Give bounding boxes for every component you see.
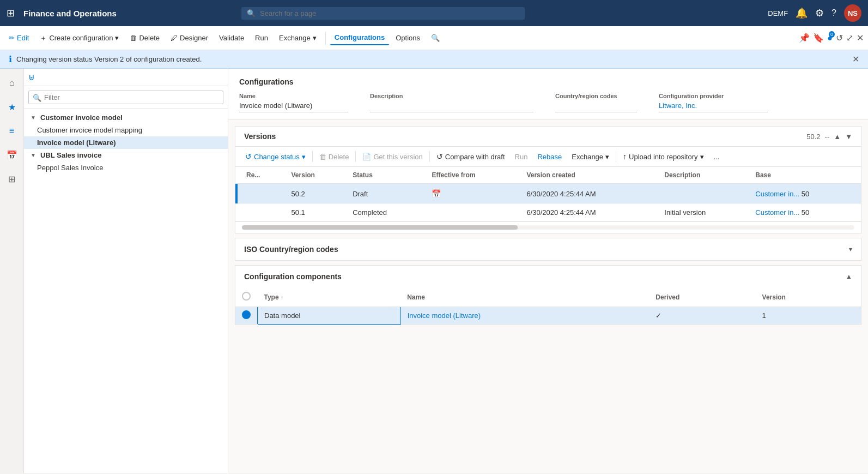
upload-repo-button[interactable]: ↑ Upload into repository ▾ bbox=[618, 150, 708, 163]
col-re[interactable]: Re... bbox=[240, 167, 285, 184]
versions-delete-button[interactable]: 🗑 Delete bbox=[315, 151, 354, 163]
delete-button[interactable]: 🗑 Delete bbox=[125, 31, 164, 45]
vtool-sep-4 bbox=[616, 151, 616, 162]
tree-filter-input[interactable] bbox=[28, 91, 223, 104]
col-version[interactable]: Version bbox=[285, 167, 347, 184]
help-icon[interactable]: ? bbox=[831, 8, 836, 18]
base-link-1[interactable]: Customer in... bbox=[755, 208, 799, 217]
change-status-chevron: ▾ bbox=[302, 153, 306, 161]
more-button[interactable]: ... bbox=[709, 151, 724, 163]
versions-row-1[interactable]: 50.1Completed6/30/2020 4:25:44 AMInitial… bbox=[235, 204, 861, 221]
create-config-button[interactable]: ＋ Create configuration ▾ bbox=[35, 31, 123, 46]
cell-status-0: Draft bbox=[346, 184, 425, 204]
comp-radio-0[interactable] bbox=[242, 310, 251, 319]
notification-bar: ℹ Changing version status Version 2 of c… bbox=[0, 50, 868, 69]
info-icon: ℹ bbox=[9, 54, 12, 64]
upload-chevron-icon: ▾ bbox=[700, 153, 704, 161]
tree-item-1[interactable]: Customer invoice model mapping bbox=[24, 124, 228, 136]
edit-button[interactable]: ✏ Edit bbox=[4, 31, 33, 45]
search-input[interactable] bbox=[260, 9, 519, 17]
col-effective[interactable]: Effective from bbox=[425, 167, 520, 184]
name-col: Name Invoice model (Litware) bbox=[239, 93, 348, 112]
provider-link[interactable]: Litware, Inc. bbox=[659, 101, 768, 112]
tree-arrow-0: ▼ bbox=[31, 115, 36, 121]
comp-row-0[interactable]: Data modelInvoice model (Litware)✓1 bbox=[235, 307, 861, 325]
pin-icon[interactable]: 📌 bbox=[799, 33, 810, 43]
calendar-icon[interactable]: 📅 bbox=[2, 145, 22, 165]
cell-effective-0: 📅 bbox=[425, 184, 520, 204]
comp-col-type[interactable]: Type ↑ bbox=[258, 287, 401, 307]
settings-icon[interactable]: ⚙ bbox=[815, 7, 824, 19]
close-icon[interactable]: ✕ bbox=[857, 33, 864, 43]
tree-item-2[interactable]: Invoice model (Litware) bbox=[24, 136, 228, 149]
designer-button[interactable]: 🖊 Designer bbox=[166, 31, 213, 45]
search-box: 🔍 bbox=[241, 7, 525, 20]
components-section-header[interactable]: Configuration components ▲ bbox=[235, 266, 861, 287]
run-button[interactable]: Run bbox=[251, 31, 272, 45]
hscroll-area bbox=[235, 221, 861, 233]
cell-base-1: Customer in... 50 bbox=[749, 204, 861, 221]
cell-base-0: Customer in... 50 bbox=[749, 184, 861, 204]
cmd-separator bbox=[325, 32, 326, 45]
comp-name-link-0[interactable]: Invoice model (Litware) bbox=[408, 311, 481, 320]
col-created[interactable]: Version created bbox=[520, 167, 658, 184]
designer-icon: 🖊 bbox=[171, 34, 178, 42]
get-version-icon: 📄 bbox=[362, 153, 371, 161]
main-layout: ⌂ ★ ≡ 📅 ⊞ ⊎ 🔍 ▼ Customer invoice model C… bbox=[0, 69, 868, 473]
exchange-button[interactable]: Exchange ▾ bbox=[275, 31, 321, 45]
change-status-button[interactable]: ↺ Change status ▾ bbox=[241, 150, 310, 163]
pager-prev-icon[interactable]: ▲ bbox=[834, 133, 841, 141]
hscroll-thumb[interactable] bbox=[242, 225, 518, 230]
versions-title: Versions bbox=[244, 132, 806, 141]
iso-section-header[interactable]: ISO Country/region codes ▾ bbox=[235, 238, 861, 260]
user-env: DEMF bbox=[768, 9, 788, 17]
tree-item-4[interactable]: Peppol Sales Invoice bbox=[24, 161, 228, 174]
comp-col-name[interactable]: Name bbox=[400, 287, 649, 307]
comp-col-derived[interactable]: Derived bbox=[649, 287, 755, 307]
delete-icon: 🗑 bbox=[130, 34, 137, 42]
home-icon[interactable]: ⌂ bbox=[2, 73, 22, 93]
notification-close-button[interactable]: ✕ bbox=[852, 54, 859, 64]
base-link-0[interactable]: Customer in... bbox=[755, 190, 799, 198]
app-grid-icon[interactable]: ⊞ bbox=[7, 7, 15, 19]
versions-table: Re... Version Status Effective from Vers… bbox=[235, 167, 861, 221]
change-status-icon: ↺ bbox=[245, 152, 252, 161]
notification-message: Changing version status Version 2 of con… bbox=[16, 55, 202, 63]
cell-desc-1: Initial version bbox=[658, 204, 749, 221]
cell-version-0: 50.2 bbox=[285, 184, 347, 204]
refresh-icon[interactable]: ↺ bbox=[836, 33, 843, 43]
rebase-button[interactable]: Rebase bbox=[533, 151, 566, 163]
list-icon[interactable]: ≡ bbox=[2, 121, 22, 141]
cell-desc-0 bbox=[658, 184, 749, 204]
bookmark-icon[interactable]: 🔖 bbox=[813, 33, 824, 43]
validate-button[interactable]: Validate bbox=[215, 31, 248, 45]
cell-created-1: 6/30/2020 4:25:44 AM bbox=[520, 204, 658, 221]
grid-icon[interactable]: ⊞ bbox=[2, 169, 22, 189]
versions-run-button[interactable]: Run bbox=[511, 151, 532, 163]
col-description[interactable]: Description bbox=[658, 167, 749, 184]
tree-splitter[interactable] bbox=[865, 0, 868, 473]
col-base[interactable]: Base bbox=[749, 167, 861, 184]
versions-pager: 50.2 -- ▲ ▼ bbox=[806, 133, 852, 141]
versions-row-0[interactable]: 50.2Draft📅6/30/2020 4:25:44 AMCustomer i… bbox=[235, 184, 861, 204]
open-icon[interactable]: ⤢ bbox=[846, 33, 853, 43]
compare-draft-button[interactable]: ↺ Compare with draft bbox=[432, 150, 509, 163]
tree-item-3[interactable]: ▼ UBL Sales invoice bbox=[24, 149, 228, 161]
tree-panel: ⊎ 🔍 ▼ Customer invoice model Customer in… bbox=[24, 69, 228, 473]
notification-icon[interactable]: 🔔 bbox=[796, 7, 808, 19]
get-version-button[interactable]: 📄 Get this version bbox=[358, 151, 427, 163]
star-icon[interactable]: ★ bbox=[2, 97, 22, 117]
col-status[interactable]: Status bbox=[346, 167, 425, 184]
tree-arrow-3: ▼ bbox=[31, 152, 36, 158]
tree-item-0[interactable]: ▼ Customer invoice model bbox=[24, 111, 228, 124]
pager-next-icon[interactable]: ▼ bbox=[845, 133, 852, 141]
user-avatar[interactable]: NS bbox=[844, 4, 861, 22]
comp-radio-header bbox=[242, 292, 251, 301]
badge-icon[interactable]: ●0 bbox=[827, 33, 833, 43]
options-tab[interactable]: Options bbox=[391, 31, 424, 45]
configurations-tab[interactable]: Configurations bbox=[330, 31, 389, 45]
comp-col-version[interactable]: Version bbox=[756, 287, 861, 307]
tree-filter-icon[interactable]: ⊎ bbox=[28, 72, 35, 82]
cmd-search-button[interactable]: 🔍 bbox=[427, 31, 444, 45]
versions-exchange-button[interactable]: Exchange ▾ bbox=[567, 151, 614, 163]
